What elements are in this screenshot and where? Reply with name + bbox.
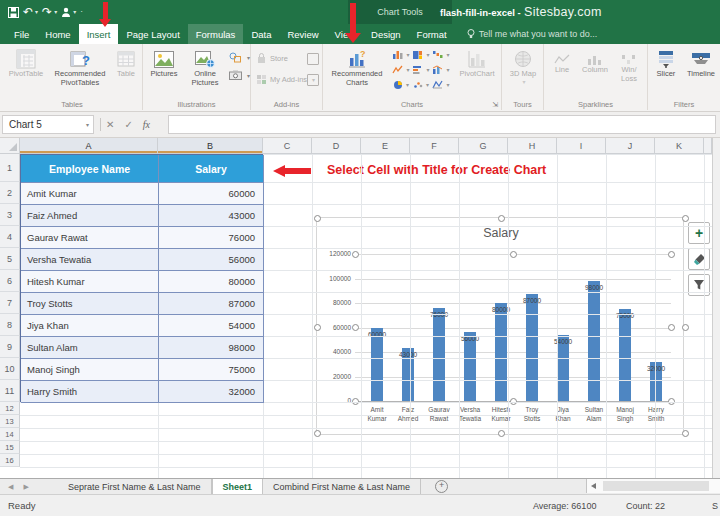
new-sheet-button[interactable]: + — [435, 480, 448, 493]
online-pictures-button[interactable]: Online Pictures — [185, 48, 225, 87]
row-header-11[interactable]: 11 — [0, 380, 20, 402]
enter-button[interactable]: ✓ — [124, 119, 132, 130]
table-row-3-salary[interactable]: 43000 — [159, 205, 264, 227]
prev-sheet-icon[interactable]: ◀ — [8, 483, 13, 491]
customize-qat-button[interactable]: · — [80, 8, 83, 16]
selection-handle[interactable] — [682, 324, 689, 331]
my-addins-extra-icon[interactable] — [307, 74, 319, 86]
touch-mode-button[interactable]: ▾ — [61, 7, 76, 18]
chart-bar-versha-tewatia[interactable] — [464, 332, 476, 401]
selection-handle[interactable] — [682, 215, 689, 222]
chart-title[interactable]: Salary — [317, 226, 685, 240]
name-box-caret-icon[interactable]: ▾ — [86, 121, 89, 128]
row-header-16[interactable]: 16 — [0, 454, 20, 467]
horizontal-scrollbar[interactable] — [586, 479, 720, 493]
table-row-8-salary[interactable]: 54000 — [159, 315, 264, 337]
table-row-11-name[interactable]: Harry Smith — [21, 381, 159, 403]
insert-waterfall-chart-button[interactable]: ▾ — [431, 47, 451, 62]
table-row-7-name[interactable]: Troy Stotts — [21, 293, 159, 315]
column-header-i[interactable]: I — [557, 138, 606, 154]
slicer-button[interactable]: Slicer — [650, 48, 682, 79]
sparkline-line-button[interactable]: Line — [548, 52, 576, 75]
column-header-e[interactable]: E — [361, 138, 410, 154]
chart-bar-troy-stotts[interactable] — [526, 294, 538, 401]
insert-surface-chart-button[interactable]: ▾ — [431, 77, 451, 92]
tab-design[interactable]: Design — [363, 24, 409, 44]
column-header-j[interactable]: J — [606, 138, 655, 154]
sparkline-winloss-button[interactable]: Win/ Loss — [614, 52, 644, 83]
row-header-2[interactable]: 2 — [0, 182, 20, 204]
redo-button[interactable]: ↷▾ — [42, 6, 57, 18]
tab-formulas[interactable]: Formulas — [188, 24, 244, 44]
row-header-7[interactable]: 7 — [0, 292, 20, 314]
pictures-button[interactable]: Pictures — [146, 48, 182, 79]
insert-hierarchy-chart-button[interactable]: ▾ — [411, 47, 431, 62]
table-row-10-name[interactable]: Manoj Singh — [21, 359, 159, 381]
redo-caret-icon[interactable]: ▾ — [54, 9, 57, 15]
selection-handle[interactable] — [668, 251, 675, 258]
row-header-3[interactable]: 3 — [0, 204, 20, 226]
row-header-5[interactable]: 5 — [0, 248, 20, 270]
column-header-partial[interactable] — [704, 138, 712, 154]
tab-data[interactable]: Data — [243, 24, 279, 44]
screenshot-button[interactable]: ▾ — [229, 70, 250, 80]
table-row-5-name[interactable]: Versha Tewatia — [21, 249, 159, 271]
insert-column-chart-button[interactable]: ▾ — [391, 47, 411, 62]
sheet-tab-combind-first-name-last-name[interactable]: Combind First Name & Last Name — [263, 479, 421, 494]
chart-bar-sultan-alam[interactable] — [588, 281, 600, 401]
shapes-button[interactable]: ▾ — [229, 52, 250, 63]
undo-button[interactable]: ↶▾ — [23, 6, 38, 18]
table-row-8-name[interactable]: Jiya Khan — [21, 315, 159, 337]
row-header-6[interactable]: 6 — [0, 270, 20, 292]
recommended-charts-button[interactable]: ? Recommended Charts — [326, 48, 388, 87]
insert-combo-chart-button[interactable]: ▾ — [431, 62, 451, 77]
table-header-salary[interactable]: Salary — [159, 155, 264, 183]
table-header-name[interactable]: Employee Name — [21, 155, 159, 183]
column-header-c[interactable]: C — [263, 138, 312, 154]
selection-handle[interactable] — [314, 215, 321, 222]
selection-handle[interactable] — [498, 215, 505, 222]
selection-handle[interactable] — [668, 324, 675, 331]
pivotchart-button[interactable]: PivotChart — [455, 48, 499, 79]
sheet-tab-sheet1[interactable]: Sheet1 — [212, 479, 264, 494]
table-row-7-salary[interactable]: 87000 — [159, 293, 264, 315]
chart-bar-hitesh-kumar[interactable] — [495, 303, 507, 401]
worksheet-grid[interactable]: Select Cell with Title for Create Chart … — [0, 138, 720, 478]
chart-bar-gaurav-rawat[interactable] — [433, 308, 445, 401]
table-row-10-salary[interactable]: 75000 — [159, 359, 264, 381]
column-header-b[interactable]: B — [158, 138, 263, 154]
table-row-11-salary[interactable]: 32000 — [159, 381, 264, 403]
select-all-corner[interactable] — [0, 138, 20, 154]
table-row-3-name[interactable]: Faiz Ahmed — [21, 205, 159, 227]
chart-bar-manoj-singh[interactable] — [619, 309, 631, 401]
row-header-9[interactable]: 9 — [0, 336, 20, 358]
insert-pie-chart-button[interactable]: ▾ — [391, 77, 411, 92]
selection-handle[interactable] — [498, 430, 505, 437]
tab-page-layout[interactable]: Page Layout — [118, 24, 187, 44]
tab-insert[interactable]: Insert — [79, 24, 119, 44]
store-button[interactable]: Store — [256, 53, 288, 64]
chart-styles-button[interactable] — [688, 248, 710, 270]
row-header-8[interactable]: 8 — [0, 314, 20, 336]
selection-handle[interactable] — [682, 430, 689, 437]
insert-bar-chart-button[interactable]: ▾ — [411, 62, 431, 77]
table-row-6-name[interactable]: Hitesh Kumar — [21, 271, 159, 293]
selection-handle[interactable] — [352, 324, 359, 331]
recommended-pivottables-button[interactable]: ? Recommended PivotTables — [50, 48, 110, 87]
row-header-1[interactable]: 1 — [0, 154, 20, 182]
selection-handle[interactable] — [352, 251, 359, 258]
name-box[interactable]: Chart 5 ▾ — [2, 115, 94, 134]
formula-input[interactable] — [168, 115, 716, 134]
row-header-10[interactable]: 10 — [0, 358, 20, 380]
row-header-4[interactable]: 4 — [0, 226, 20, 248]
selection-handle[interactable] — [314, 324, 321, 331]
table-row-9-name[interactable]: Sultan Alam — [21, 337, 159, 359]
table-row-4-salary[interactable]: 76000 — [159, 227, 264, 249]
timeline-button[interactable]: Timeline — [684, 48, 718, 79]
column-header-a[interactable]: A — [20, 138, 158, 154]
tab-file[interactable]: File — [6, 24, 37, 44]
undo-caret-icon[interactable]: ▾ — [35, 9, 38, 15]
column-header-f[interactable]: F — [410, 138, 459, 154]
sparkline-column-button[interactable]: Column — [580, 52, 610, 75]
3d-map-button[interactable]: 3D Map ▾ — [505, 48, 541, 86]
